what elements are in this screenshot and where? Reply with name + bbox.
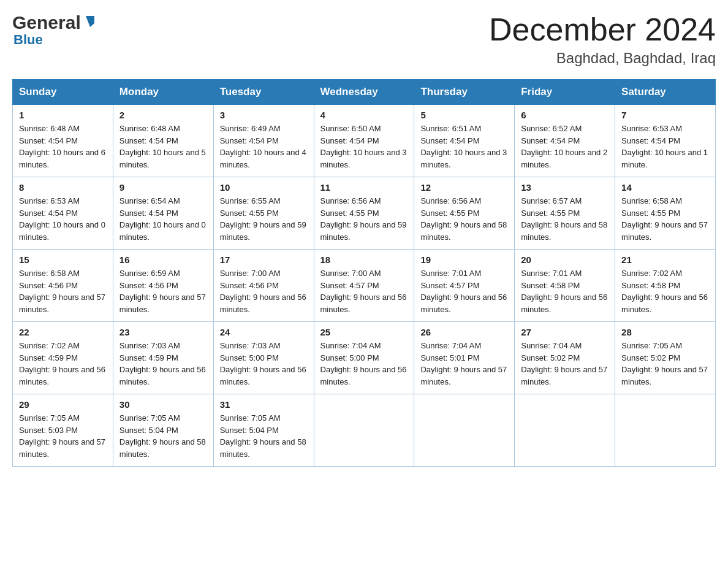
calendar-header-row: SundayMondayTuesdayWednesdayThursdayFrid… <box>13 80 716 105</box>
day-header-saturday: Saturday <box>615 80 716 105</box>
title-block: December 2024 Baghdad, Baghdad, Iraq <box>489 12 716 67</box>
day-number: 21 <box>621 255 709 265</box>
day-number: 4 <box>320 110 408 120</box>
calendar-cell: 9Sunrise: 6:54 AMSunset: 4:54 PMDaylight… <box>113 177 213 250</box>
day-info: Sunrise: 7:05 AMSunset: 5:04 PMDaylight:… <box>220 412 308 460</box>
calendar-cell: 26Sunrise: 7:04 AMSunset: 5:01 PMDayligh… <box>414 322 515 394</box>
calendar-cell: 3Sunrise: 6:49 AMSunset: 4:54 PMDaylight… <box>213 105 314 177</box>
day-number: 20 <box>521 255 609 265</box>
calendar-cell: 14Sunrise: 6:58 AMSunset: 4:55 PMDayligh… <box>615 177 716 250</box>
calendar-cell: 19Sunrise: 7:01 AMSunset: 4:57 PMDayligh… <box>414 250 515 322</box>
day-number: 15 <box>19 255 107 265</box>
calendar-cell: 2Sunrise: 6:48 AMSunset: 4:54 PMDaylight… <box>113 105 213 177</box>
day-info: Sunrise: 6:57 AMSunset: 4:55 PMDaylight:… <box>521 195 609 243</box>
calendar-cell <box>414 394 515 467</box>
logo: General Blue <box>12 12 97 48</box>
day-number: 19 <box>420 255 508 265</box>
day-number: 1 <box>19 110 107 120</box>
day-info: Sunrise: 7:03 AMSunset: 5:00 PMDaylight:… <box>220 340 308 388</box>
calendar-cell: 20Sunrise: 7:01 AMSunset: 4:58 PMDayligh… <box>515 250 615 322</box>
day-info: Sunrise: 7:04 AMSunset: 5:01 PMDaylight:… <box>420 340 508 388</box>
day-number: 8 <box>19 182 107 193</box>
calendar-cell: 8Sunrise: 6:53 AMSunset: 4:54 PMDaylight… <box>13 177 113 250</box>
logo-blue-text: Blue <box>13 32 43 48</box>
logo-general-text: General <box>12 12 81 33</box>
month-title: December 2024 <box>489 12 716 47</box>
calendar-cell: 29Sunrise: 7:05 AMSunset: 5:03 PMDayligh… <box>13 394 113 467</box>
day-number: 17 <box>220 255 308 265</box>
day-number: 25 <box>320 327 408 337</box>
day-header-monday: Monday <box>113 80 213 105</box>
day-info: Sunrise: 6:48 AMSunset: 4:54 PMDaylight:… <box>119 123 207 170</box>
day-info: Sunrise: 7:02 AMSunset: 4:59 PMDaylight:… <box>19 340 107 388</box>
day-info: Sunrise: 7:01 AMSunset: 4:58 PMDaylight:… <box>521 267 609 315</box>
header: General Blue December 2024 Baghdad, Bagh… <box>12 12 716 67</box>
day-number: 27 <box>521 327 609 337</box>
calendar-cell: 12Sunrise: 6:56 AMSunset: 4:55 PMDayligh… <box>414 177 515 250</box>
calendar-cell: 4Sunrise: 6:50 AMSunset: 4:54 PMDaylight… <box>314 105 414 177</box>
day-info: Sunrise: 6:58 AMSunset: 4:56 PMDaylight:… <box>19 267 107 315</box>
calendar-cell: 21Sunrise: 7:02 AMSunset: 4:58 PMDayligh… <box>615 250 716 322</box>
day-info: Sunrise: 7:05 AMSunset: 5:04 PMDaylight:… <box>119 412 207 460</box>
day-number: 6 <box>521 110 609 120</box>
calendar-cell <box>314 394 414 467</box>
day-number: 24 <box>220 327 308 337</box>
svg-marker-0 <box>86 16 94 27</box>
day-info: Sunrise: 6:55 AMSunset: 4:55 PMDaylight:… <box>220 195 308 243</box>
logo-line1: General <box>12 12 97 33</box>
calendar-cell: 28Sunrise: 7:05 AMSunset: 5:02 PMDayligh… <box>615 322 716 394</box>
calendar-cell: 1Sunrise: 6:48 AMSunset: 4:54 PMDaylight… <box>13 105 113 177</box>
day-info: Sunrise: 6:56 AMSunset: 4:55 PMDaylight:… <box>320 195 408 243</box>
day-number: 26 <box>420 327 508 337</box>
week-row-5: 29Sunrise: 7:05 AMSunset: 5:03 PMDayligh… <box>13 394 716 467</box>
calendar-cell: 15Sunrise: 6:58 AMSunset: 4:56 PMDayligh… <box>13 250 113 322</box>
location-title: Baghdad, Baghdad, Iraq <box>489 50 716 67</box>
logo-arrow-icon <box>83 15 97 28</box>
day-number: 16 <box>119 255 207 265</box>
day-info: Sunrise: 7:03 AMSunset: 4:59 PMDaylight:… <box>119 340 207 388</box>
week-row-3: 15Sunrise: 6:58 AMSunset: 4:56 PMDayligh… <box>13 250 716 322</box>
day-header-sunday: Sunday <box>13 80 113 105</box>
calendar-table: SundayMondayTuesdayWednesdayThursdayFrid… <box>12 79 716 467</box>
day-info: Sunrise: 6:56 AMSunset: 4:55 PMDaylight:… <box>420 195 508 243</box>
day-header-thursday: Thursday <box>414 80 515 105</box>
calendar-cell: 30Sunrise: 7:05 AMSunset: 5:04 PMDayligh… <box>113 394 213 467</box>
calendar-cell: 25Sunrise: 7:04 AMSunset: 5:00 PMDayligh… <box>314 322 414 394</box>
day-info: Sunrise: 7:00 AMSunset: 4:57 PMDaylight:… <box>320 267 408 315</box>
day-header-tuesday: Tuesday <box>213 80 314 105</box>
day-info: Sunrise: 7:05 AMSunset: 5:02 PMDaylight:… <box>621 340 709 388</box>
day-number: 31 <box>220 399 308 410</box>
day-info: Sunrise: 7:05 AMSunset: 5:03 PMDaylight:… <box>19 412 107 460</box>
day-info: Sunrise: 7:04 AMSunset: 5:00 PMDaylight:… <box>320 340 408 388</box>
calendar-cell: 16Sunrise: 6:59 AMSunset: 4:56 PMDayligh… <box>113 250 213 322</box>
calendar-cell: 17Sunrise: 7:00 AMSunset: 4:56 PMDayligh… <box>213 250 314 322</box>
calendar-cell <box>515 394 615 467</box>
day-info: Sunrise: 7:00 AMSunset: 4:56 PMDaylight:… <box>220 267 308 315</box>
day-info: Sunrise: 6:51 AMSunset: 4:54 PMDaylight:… <box>420 123 508 170</box>
day-header-friday: Friday <box>515 80 615 105</box>
day-number: 11 <box>320 182 408 193</box>
day-info: Sunrise: 7:01 AMSunset: 4:57 PMDaylight:… <box>420 267 508 315</box>
calendar-cell: 24Sunrise: 7:03 AMSunset: 5:00 PMDayligh… <box>213 322 314 394</box>
calendar-cell <box>615 394 716 467</box>
day-info: Sunrise: 6:50 AMSunset: 4:54 PMDaylight:… <box>320 123 408 170</box>
calendar-cell: 27Sunrise: 7:04 AMSunset: 5:02 PMDayligh… <box>515 322 615 394</box>
calendar-cell: 10Sunrise: 6:55 AMSunset: 4:55 PMDayligh… <box>213 177 314 250</box>
day-info: Sunrise: 6:49 AMSunset: 4:54 PMDaylight:… <box>220 123 308 170</box>
day-number: 9 <box>119 182 207 193</box>
day-number: 18 <box>320 255 408 265</box>
day-number: 29 <box>19 399 107 410</box>
calendar-cell: 6Sunrise: 6:52 AMSunset: 4:54 PMDaylight… <box>515 105 615 177</box>
day-number: 10 <box>220 182 308 193</box>
day-info: Sunrise: 6:58 AMSunset: 4:55 PMDaylight:… <box>621 195 709 243</box>
day-info: Sunrise: 6:59 AMSunset: 4:56 PMDaylight:… <box>119 267 207 315</box>
day-info: Sunrise: 7:02 AMSunset: 4:58 PMDaylight:… <box>621 267 709 315</box>
week-row-4: 22Sunrise: 7:02 AMSunset: 4:59 PMDayligh… <box>13 322 716 394</box>
day-info: Sunrise: 7:04 AMSunset: 5:02 PMDaylight:… <box>521 340 609 388</box>
day-number: 2 <box>119 110 207 120</box>
calendar-cell: 31Sunrise: 7:05 AMSunset: 5:04 PMDayligh… <box>213 394 314 467</box>
day-number: 22 <box>19 327 107 337</box>
day-number: 14 <box>621 182 709 193</box>
day-header-wednesday: Wednesday <box>314 80 414 105</box>
week-row-1: 1Sunrise: 6:48 AMSunset: 4:54 PMDaylight… <box>13 105 716 177</box>
